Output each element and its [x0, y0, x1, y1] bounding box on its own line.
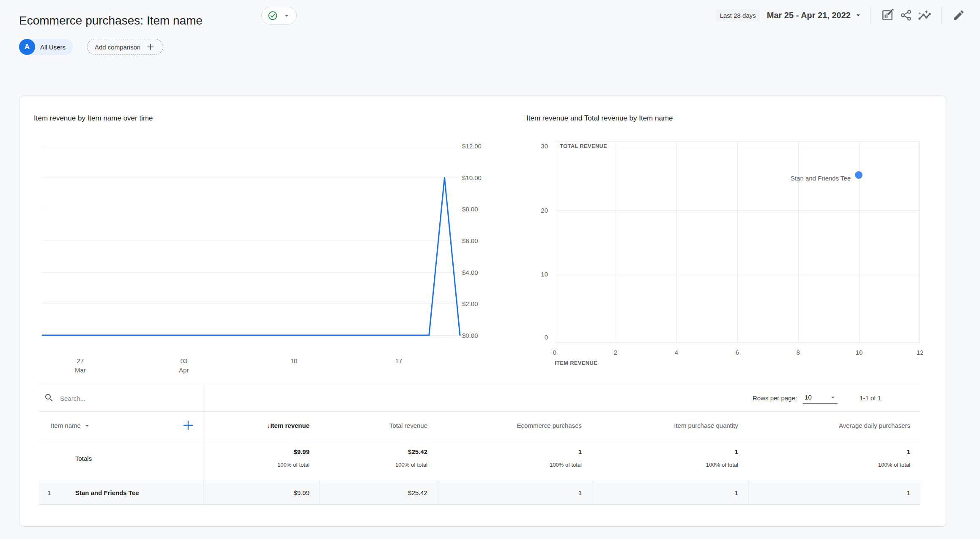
totals-label: Totals: [75, 440, 92, 477]
search-icon: [44, 393, 54, 405]
totals-cell: 1100% of total: [438, 440, 592, 481]
customize-report-button[interactable]: [878, 7, 897, 24]
add-comparison-label: Add comparison: [95, 44, 140, 51]
check-circle-icon: [267, 10, 278, 21]
date-chevron-down-icon[interactable]: [854, 11, 862, 19]
dimension-header-item-name[interactable]: Item name: [51, 411, 91, 440]
all-users-chip[interactable]: A All Users: [19, 39, 73, 55]
plus-icon: [181, 419, 195, 432]
toolbar-divider: [870, 7, 871, 24]
gridline: [555, 210, 920, 211]
toolbar: Last 28 days Mar 25 - Apr 21, 2022: [716, 6, 968, 25]
x-axis-tick: 27Mar: [75, 356, 86, 375]
gridline: [737, 142, 738, 342]
rows-per-page-select[interactable]: 10: [803, 393, 838, 404]
pagination-range: 1-1 of 1: [860, 394, 881, 402]
column-header-item-purchase-quantity[interactable]: Item purchase quantity: [592, 411, 748, 440]
column-header-average-daily-purchasers[interactable]: Average daily purchasers: [748, 411, 920, 440]
x-axis-tick: 17: [395, 356, 402, 366]
x-axis-tick: 12: [917, 349, 924, 356]
page-title: Ecommerce purchases: Item name: [19, 14, 203, 27]
row-item-name: Stan and Friends Tee: [75, 481, 139, 504]
y-axis-tick: 20: [523, 207, 548, 214]
y-axis-tick: $8.00: [462, 205, 478, 213]
totals-cell: $9.99100% of total: [203, 440, 320, 481]
insights-button[interactable]: [915, 7, 934, 24]
y-axis-tick: 30: [523, 142, 548, 150]
row-index: 1: [47, 481, 51, 504]
ga4-report-page: Ecommerce purchases: Item name Last 28 d…: [0, 0, 980, 539]
y-axis-tick: $0.00: [462, 332, 478, 339]
share-icon: [900, 9, 912, 22]
x-axis-tick: 4: [675, 349, 678, 356]
scatter-point-label: Stan and Friends Tee: [724, 175, 851, 182]
all-users-label: All Users: [40, 44, 66, 51]
customize-report-icon: [881, 8, 894, 22]
totals-cell: 1100% of total: [748, 440, 920, 481]
pencil-icon: [953, 9, 965, 22]
search-input[interactable]: [59, 389, 196, 408]
y-axis-tick: $10.00: [462, 174, 482, 181]
add-column-button[interactable]: [181, 418, 195, 432]
column-header-ecommerce-purchases[interactable]: Ecommerce purchases: [438, 411, 592, 440]
line-chart-title: Item revenue by Item name over time: [34, 114, 153, 123]
edit-report-button[interactable]: [950, 7, 968, 24]
toolbar-divider: [942, 7, 942, 24]
pagination: Rows per page: 10 1-1 of 1: [753, 385, 881, 411]
totals-cell: 1100% of total: [592, 440, 748, 481]
rows-per-page-label: Rows per page:: [753, 394, 797, 402]
y-axis-tick: 0: [523, 334, 548, 341]
report-status-dropdown[interactable]: [261, 7, 297, 25]
row-cell: $25.42: [320, 481, 438, 504]
gridline: [555, 146, 920, 146]
add-comparison-button[interactable]: Add comparison: [87, 39, 163, 55]
revenue-line: [42, 178, 460, 335]
x-axis-tick: 6: [736, 349, 739, 356]
insights-icon: [918, 8, 931, 22]
chevron-down-icon: [282, 11, 291, 20]
revenue-line-chart: [42, 144, 461, 338]
item-revenue-axis-label: ITEM REVENUE: [555, 360, 597, 366]
x-axis-tick: 8: [797, 349, 800, 356]
y-axis-tick: $12.00: [462, 142, 482, 150]
scatter-chart-title: Item revenue and Total revenue by Item n…: [526, 114, 673, 123]
share-button[interactable]: [897, 7, 915, 24]
total-revenue-axis-label: TOTAL REVENUE: [560, 143, 607, 149]
table-border: [39, 504, 920, 505]
column-header-item-revenue[interactable]: ↓ Item revenue: [203, 411, 320, 440]
x-axis-tick: 03Apr: [179, 356, 189, 375]
y-axis-tick: $6.00: [462, 237, 478, 244]
chevron-down-icon: [83, 422, 91, 430]
x-axis-tick: 2: [614, 349, 617, 356]
date-range[interactable]: Mar 25 - Apr 21, 2022: [767, 11, 851, 20]
gridline: [798, 142, 799, 342]
gridline: [616, 142, 616, 342]
plus-icon: [145, 42, 156, 52]
date-preset-badge: Last 28 days: [716, 9, 760, 22]
x-axis-tick: 10: [856, 349, 863, 356]
x-axis-tick: 0: [553, 349, 556, 356]
row-cell: 1: [592, 481, 748, 504]
x-axis-tick: 10: [290, 356, 298, 366]
gridline: [676, 142, 677, 342]
y-axis-tick: $2.00: [462, 300, 478, 307]
y-axis-tick: 10: [523, 271, 548, 278]
row-cell: 1: [438, 481, 592, 504]
y-axis-tick: $4.00: [462, 269, 478, 276]
row-cell: $9.99: [203, 481, 320, 504]
sort-descending-icon: ↓: [267, 422, 270, 429]
comparison-avatar: A: [19, 39, 35, 55]
gridline: [555, 274, 920, 274]
row-cell: 1: [748, 481, 920, 504]
column-header-total-revenue[interactable]: Total revenue: [320, 411, 438, 440]
totals-cell: $25.42100% of total: [320, 440, 438, 481]
chevron-down-icon: [829, 394, 837, 401]
